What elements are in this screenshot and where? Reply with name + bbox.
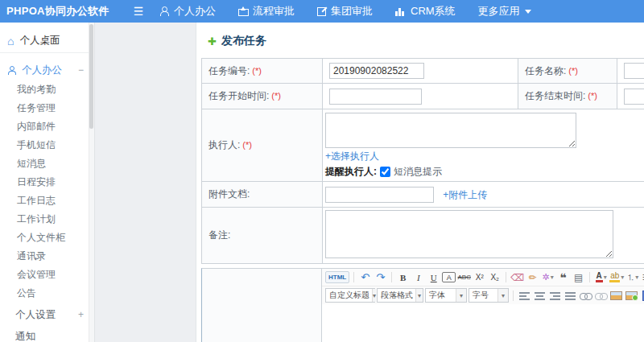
required-mark: (*): [252, 66, 262, 76]
task-name-label: 任务名称:: [525, 65, 566, 76]
sidebar-item-desktop[interactable]: ⌂ 个人桌面: [0, 29, 94, 53]
caret-down-icon: ▾: [415, 289, 423, 302]
collapse-icon[interactable]: −: [78, 64, 84, 76]
remove-link-button[interactable]: [594, 289, 608, 303]
italic-button[interactable]: I: [411, 270, 425, 284]
person-icon: [7, 66, 16, 75]
remind-executor-row: 提醒执行人: 短消息提示: [325, 165, 644, 179]
sms-tip-checkbox[interactable]: [380, 167, 390, 177]
sidebar-item-meeting[interactable]: 会议管理: [0, 266, 94, 284]
required-mark: (*): [271, 91, 281, 101]
auto-typeset-icon[interactable]: ✲▾: [541, 270, 555, 284]
top-menu-crm[interactable]: CRM系统: [395, 4, 456, 19]
caret-down-icon: ▾: [456, 289, 466, 302]
required-mark: (*): [568, 66, 578, 76]
sidebar-item-internal-mail[interactable]: 内部邮件: [0, 117, 94, 136]
top-menu-personal-office[interactable]: 个人办公: [159, 4, 216, 19]
page-title: ✚ 发布任务: [208, 32, 644, 50]
top-menu-flow-approval[interactable]: 流程审批: [238, 4, 295, 19]
undo-icon[interactable]: ↶: [358, 270, 372, 284]
highlighter-button[interactable]: ab▾: [609, 270, 624, 284]
select-label: 段落格式: [381, 290, 413, 301]
person-icon: [159, 6, 169, 16]
caret-down-icon: ▾: [635, 274, 638, 281]
task-name-input[interactable]: [624, 63, 644, 79]
bold-button[interactable]: B: [396, 270, 410, 284]
toolbar-separator: [589, 272, 590, 282]
sidebar-item-contacts[interactable]: 通讯录: [0, 247, 94, 266]
custom-title-select[interactable]: 自定义标题▾: [325, 288, 375, 303]
expand-icon[interactable]: +: [78, 309, 84, 320]
align-justify-button[interactable]: [564, 289, 577, 303]
top-menu-group-approval[interactable]: 集团审批: [317, 4, 373, 19]
blockquote-icon[interactable]: ❝: [556, 270, 570, 284]
font-family-select[interactable]: 字体▾: [425, 288, 467, 303]
sidebar-item-mobile-sms[interactable]: 手机短信: [0, 136, 94, 155]
paragraph-format-select[interactable]: 段落格式▾: [377, 288, 423, 303]
task-no-input[interactable]: [329, 63, 424, 79]
toolbar-separator: [506, 272, 506, 282]
ordered-list-button[interactable]: ⒈▾: [625, 270, 639, 284]
attachment-input[interactable]: [325, 187, 434, 203]
sidebar-item-schedule[interactable]: 日程安排: [0, 173, 94, 192]
sidebar-item-announcement[interactable]: 公告: [0, 284, 94, 303]
font-color-button[interactable]: A▾: [594, 270, 608, 284]
remark-label: 备注:: [208, 229, 230, 241]
sidebar-scrollbar-thumb[interactable]: [89, 24, 93, 129]
format-brush-icon[interactable]: ✏: [526, 270, 539, 284]
insert-image-button[interactable]: [609, 289, 623, 303]
hamburger-menu-icon[interactable]: ☰: [130, 5, 147, 18]
remark-textarea[interactable]: [325, 210, 613, 258]
superscript-button[interactable]: X²: [473, 270, 486, 284]
sidebar-group-personal-settings[interactable]: 个人设置 +: [0, 305, 94, 324]
eraser-icon[interactable]: ⌫: [510, 270, 524, 284]
sidebar-item-label: 个人桌面: [19, 34, 60, 47]
end-time-input[interactable]: [624, 89, 644, 105]
start-time-input[interactable]: [329, 89, 422, 105]
required-mark: (*): [588, 91, 597, 101]
font-size-select[interactable]: 字号▾: [469, 288, 509, 303]
align-right-button[interactable]: [548, 289, 562, 303]
align-left-button[interactable]: [518, 289, 531, 303]
unordered-list-button[interactable]: ☰▾: [641, 270, 644, 284]
caret-down-icon: ▾: [621, 274, 624, 281]
sidebar-item-file-cabinet[interactable]: 个人文件柜: [0, 229, 94, 247]
executor-textarea[interactable]: [325, 113, 576, 148]
align-center-button[interactable]: [533, 289, 547, 303]
sidebar-item-work-log[interactable]: 工作日志: [0, 192, 94, 210]
underline-button[interactable]: U: [427, 270, 440, 284]
toolbar-separator: [353, 272, 354, 282]
executor-label: 执行人:: [208, 139, 240, 150]
sidebar-group-personal-office[interactable]: 个人办公 −: [0, 60, 94, 80]
html-source-button[interactable]: HTML: [325, 271, 349, 283]
task-content-row: HTML ↶ ↷ B I U A ABC X² X₂ ⌫: [201, 268, 644, 342]
attachment-value-cell: +附件上传: [323, 182, 644, 208]
sidebar-item-short-message[interactable]: 短消息: [0, 155, 94, 173]
top-menu-more-apps[interactable]: 更多应用: [478, 4, 531, 19]
editor-toolbar-row2: 自定义标题▾ 段落格式▾ 字体▾ 字号▾: [322, 286, 644, 304]
select-executor-link[interactable]: +选择执行人: [325, 150, 379, 163]
insert-link-button[interactable]: [579, 289, 592, 303]
align-right-icon: [550, 291, 560, 300]
font-background-button[interactable]: A: [442, 272, 456, 282]
body-row: ⌂ 个人桌面 个人办公 − 我的考勤 任务管理 内部邮件 手机短信 短消息 日程…: [0, 23, 644, 342]
strikethrough-button[interactable]: ABC: [457, 270, 471, 284]
sidebar-scrollbar[interactable]: [89, 23, 94, 342]
subscript-button[interactable]: X₂: [488, 270, 502, 284]
editor-content-area[interactable]: [322, 304, 644, 342]
task-content-label-cell: [201, 268, 322, 342]
upload-image-button[interactable]: [625, 289, 638, 303]
sidebar-item-attendance[interactable]: 我的考勤: [0, 80, 94, 99]
end-time-label: 任务结束时间:: [525, 90, 585, 101]
sidebar-item-task-management[interactable]: 任务管理: [0, 99, 94, 117]
attachment-upload-link[interactable]: +附件上传: [443, 188, 487, 202]
insert-media-button[interactable]: [640, 289, 644, 303]
sidebar-item-notice[interactable]: 通知: [0, 327, 94, 342]
redo-icon[interactable]: ↷: [374, 270, 387, 284]
bar-chart-icon: [395, 7, 406, 16]
top-menu-label: 流程审批: [253, 4, 295, 19]
remind-executor-label: 提醒执行人:: [325, 165, 377, 179]
required-mark: (*): [242, 140, 252, 150]
sidebar-item-work-plan[interactable]: 工作计划: [0, 210, 94, 229]
paste-icon[interactable]: ▤: [572, 270, 585, 284]
